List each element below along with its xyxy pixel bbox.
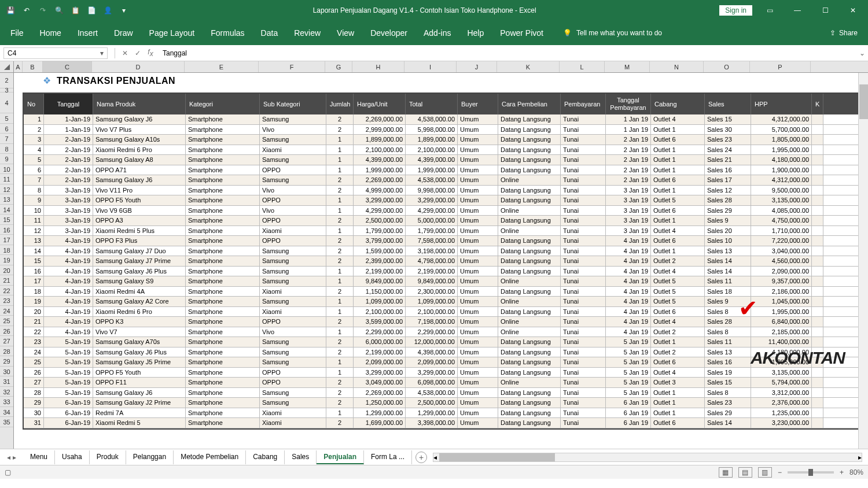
qat-dropdown-icon[interactable]: ▾: [118, 5, 130, 16]
sheet-grid[interactable]: ❖ TRANSAKSI PENJUALAN No Tanggal Nama Pr…: [14, 73, 868, 449]
row-header-8[interactable]: 8: [0, 144, 13, 154]
col-header-H[interactable]: H: [352, 61, 404, 72]
horizontal-scrollbar[interactable]: ◂▸: [433, 453, 862, 462]
redo-icon[interactable]: ↷: [37, 5, 49, 16]
row-header-19[interactable]: 19: [0, 255, 13, 265]
row-header-23[interactable]: 23: [0, 295, 13, 306]
ribbon-tab-developer[interactable]: Developer: [362, 23, 415, 43]
table-row[interactable]: 214-Jan-19OPPO K3SmartphoneOPPO23,599,00…: [24, 317, 867, 327]
ribbon-tab-add-ins[interactable]: Add-ins: [415, 23, 459, 43]
table-row[interactable]: 42-Jan-19Xiaomi Redmi 6 ProSmartphoneXia…: [24, 145, 867, 156]
row-header-20[interactable]: 20: [0, 265, 13, 276]
qat-icon-4[interactable]: 👤: [102, 5, 113, 16]
table-row[interactable]: 224-Jan-19Vivo V7SmartphoneVivo12,299,00…: [24, 327, 867, 338]
col-header-B[interactable]: B: [23, 61, 43, 72]
row-header-12[interactable]: 12: [0, 184, 13, 195]
table-row[interactable]: 144-Jan-19Samsung Galaxy J7 DuoSmartphon…: [24, 246, 867, 257]
ribbon-tab-home[interactable]: Home: [32, 23, 69, 43]
ribbon-tab-formulas[interactable]: Formulas: [203, 23, 252, 43]
row-header-6[interactable]: 6: [0, 124, 13, 134]
select-all-corner[interactable]: [0, 61, 14, 72]
row-header-17[interactable]: 17: [0, 235, 13, 245]
zoom-in-button[interactable]: +: [840, 468, 844, 476]
table-row[interactable]: 113-Jan-19OPPO A3SmartphoneOPPO22,500,00…: [24, 216, 867, 226]
table-row[interactable]: 184-Jan-19Xiaomi Redmi 4ASmartphoneXiaom…: [24, 287, 867, 297]
record-macro-icon[interactable]: ▢: [5, 468, 11, 476]
th-harga[interactable]: Harga/Unit: [354, 94, 406, 114]
ribbon-options-icon[interactable]: ▭: [759, 1, 780, 20]
table-row[interactable]: 204-Jan-19Xiaomi Redmi 6 ProSmartphoneXi…: [24, 307, 867, 317]
row-header-33[interactable]: 33: [0, 397, 13, 407]
table-row[interactable]: 52-Jan-19Samsung Galaxy A8SmartphoneSams…: [24, 155, 867, 165]
th-total[interactable]: Total: [406, 94, 458, 114]
table-row[interactable]: 72-Jan-19Samsung Galaxy J6SmartphoneSams…: [24, 175, 867, 186]
th-kategori[interactable]: Kategori: [186, 94, 260, 114]
row-header-30[interactable]: 30: [0, 367, 13, 377]
table-row[interactable]: 255-Jan-19Samsung Galaxy J5 PrimeSmartph…: [24, 357, 867, 368]
col-header-N[interactable]: N: [650, 61, 704, 72]
table-row[interactable]: 275-Jan-19OPPO F11SmartphoneOPPO23,049,0…: [24, 378, 867, 388]
th-buyer[interactable]: Buyer: [458, 94, 498, 114]
th-nama[interactable]: Nama Produk: [93, 94, 186, 114]
row-header-34[interactable]: 34: [0, 407, 13, 417]
table-row[interactable]: 32-Jan-19Samsung Galaxy A10sSmartphoneSa…: [24, 135, 867, 145]
table-row[interactable]: 235-Jan-19Samsung Galaxy A70sSmartphoneS…: [24, 337, 867, 347]
table-row[interactable]: 11-Jan-19Samsung Galaxy J6SmartphoneSams…: [24, 114, 867, 125]
ribbon-tab-page-layout[interactable]: Page Layout: [141, 23, 203, 43]
table-row[interactable]: 62-Jan-19OPPO A71SmartphoneOPPO11,999,00…: [24, 165, 867, 176]
table-row[interactable]: 93-Jan-19OPPO F5 YouthSmartphoneOPPO13,2…: [24, 195, 867, 206]
col-header-G[interactable]: G: [325, 61, 352, 72]
share-button[interactable]: ⇪ Share: [830, 29, 866, 37]
row-header-15[interactable]: 15: [0, 215, 13, 225]
table-row[interactable]: 21-Jan-19Vivo V7 PlusSmartphoneVivo22,99…: [24, 125, 867, 135]
normal-view-button[interactable]: ▦: [719, 467, 733, 478]
sheet-tab-cabang[interactable]: Cabang: [246, 450, 285, 464]
row-header-3[interactable]: 3: [0, 88, 13, 93]
zoom-out-button[interactable]: −: [778, 468, 782, 476]
row-header-28[interactable]: 28: [0, 346, 13, 357]
tab-nav-prev[interactable]: ◂ ▸: [0, 453, 23, 461]
maximize-icon[interactable]: ☐: [815, 1, 836, 20]
row-header-25[interactable]: 25: [0, 316, 13, 326]
row-header-18[interactable]: 18: [0, 245, 13, 256]
th-jumlah[interactable]: Jumlah: [326, 94, 354, 114]
col-header-J[interactable]: J: [457, 61, 497, 72]
table-row[interactable]: 103-Jan-19Vivo V9 6GBSmartphoneVivo14,29…: [24, 206, 867, 216]
row-header-22[interactable]: 22: [0, 286, 13, 296]
tell-me[interactable]: 💡 Tell me what you want to do: [563, 29, 662, 37]
table-row[interactable]: 164-Jan-19Samsung Galaxy J6 PlusSmartpho…: [24, 267, 867, 277]
th-sales[interactable]: Sales: [705, 94, 751, 114]
vertical-scrollbar[interactable]: [858, 73, 868, 449]
row-header-29[interactable]: 29: [0, 356, 13, 367]
minimize-icon[interactable]: —: [787, 1, 808, 20]
row-header-27[interactable]: 27: [0, 336, 13, 346]
chevron-down-icon[interactable]: ▾: [100, 49, 104, 57]
undo-icon[interactable]: ↶: [21, 5, 32, 16]
col-header-D[interactable]: D: [92, 61, 185, 72]
cancel-formula-icon[interactable]: ✕: [119, 47, 131, 60]
th-no[interactable]: No: [24, 94, 44, 114]
table-row[interactable]: 306-Jan-19Redmi 7ASmartphoneXiaomi11,299…: [24, 408, 867, 419]
file-tab[interactable]: File: [2, 23, 32, 43]
th-tanggal[interactable]: Tanggal: [44, 94, 93, 114]
col-header-M[interactable]: M: [605, 61, 650, 72]
ribbon-tab-data[interactable]: Data: [253, 23, 286, 43]
col-header-E[interactable]: E: [185, 61, 259, 72]
fx-icon[interactable]: fx: [144, 47, 157, 60]
col-header-O[interactable]: O: [704, 61, 750, 72]
sheet-tab-produk[interactable]: Produk: [90, 450, 126, 464]
zoom-level[interactable]: 80%: [849, 468, 863, 476]
table-row[interactable]: 285-Jan-19Samsung Galaxy J6SmartphoneSam…: [24, 388, 867, 398]
row-header-26[interactable]: 26: [0, 326, 13, 337]
ribbon-tab-help[interactable]: Help: [459, 23, 492, 43]
col-header-L[interactable]: L: [560, 61, 605, 72]
ribbon-tab-view[interactable]: View: [329, 23, 362, 43]
add-sheet-button[interactable]: +: [415, 452, 427, 463]
row-header-35[interactable]: 35: [0, 417, 13, 427]
qat-icon-1[interactable]: 🔍: [53, 5, 65, 16]
signin-button[interactable]: Sign in: [719, 5, 752, 16]
row-header-24[interactable]: 24: [0, 306, 13, 316]
formula-input[interactable]: Tanggal: [157, 48, 856, 58]
row-header-16[interactable]: 16: [0, 225, 13, 235]
row-header-9[interactable]: 9: [0, 154, 13, 164]
